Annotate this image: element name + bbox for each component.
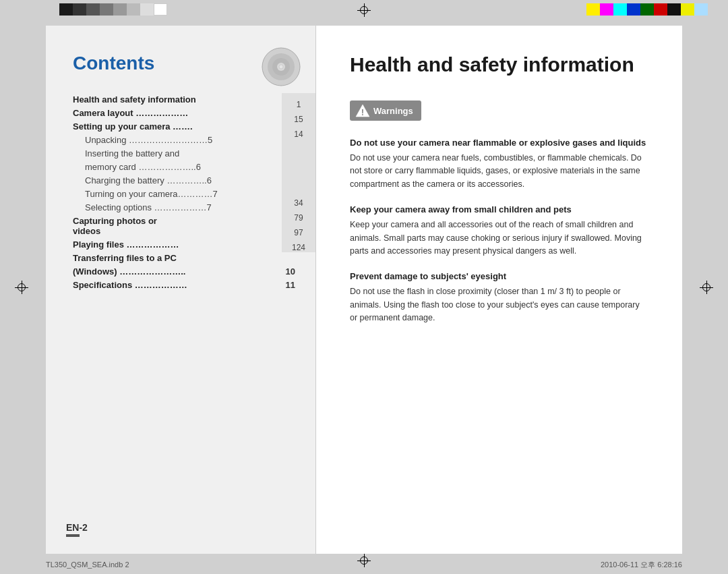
toc-label: Selecting options ………………7 [73, 202, 295, 212]
toc-label: Setting up your camera ……. [73, 121, 283, 132]
toc-label: Camera layout ……………… [73, 108, 283, 118]
toc-label: Health and safety information [73, 94, 283, 105]
registration-mark-top [357, 3, 371, 17]
registration-mark-right [700, 281, 713, 294]
toc-row-10: Playing files ……………… 9 [73, 239, 295, 250]
toc-row-2: Camera layout ……………… 4 [73, 108, 295, 118]
hs-title: Health and safety information [350, 53, 648, 77]
page-number-left: EN-2 [66, 522, 88, 537]
hs-section-text-children: Keep your camera and all accessories out… [350, 219, 648, 258]
toc-row-5: Inserting the battery and [73, 148, 295, 159]
right-col-num: 34 [294, 198, 303, 208]
right-page: Health and safety information ! Warnings… [316, 26, 682, 554]
right-col-num: 97 [294, 228, 303, 237]
toc-row-6: Charging the battery …………..6 [73, 175, 295, 185]
toc-row-4: Unpacking ………………………5 [73, 135, 295, 145]
toc-table: Health and safety information 2 Camera l… [73, 94, 295, 290]
footer-right: 2010-06-11 오후 6:28:16 [601, 560, 682, 570]
toc-label: Turning on your camera…………7 [73, 189, 295, 199]
disc-icon [262, 47, 302, 88]
toc-row-8: Selecting options ………………7 [73, 202, 295, 212]
toc-row-3: Setting up your camera ……. 5 [73, 121, 295, 132]
toc-label: Transferring files to a PC [73, 253, 295, 263]
toc-row-7: Turning on your camera…………7 [73, 189, 295, 199]
svg-text:!: ! [361, 107, 364, 117]
warning-text: Warnings [373, 106, 413, 116]
toc-label: Capturing photos or videos [73, 216, 178, 236]
pages-container: Contents Health and safety information 2… [46, 26, 682, 554]
toc-row-5b: memory card ………………..6 [73, 162, 295, 172]
warning-icon: ! [355, 103, 370, 118]
left-page: Contents Health and safety information 2… [46, 26, 315, 554]
svg-point-4 [279, 65, 283, 69]
hs-section-title-eyesight: Prevent damage to subjects' eyesight [350, 271, 648, 281]
toc-label: memory card ………………..6 [73, 162, 295, 172]
toc-row-9: Capturing photos or videos 8 [73, 216, 295, 236]
toc-row-11b: (Windows) ………………….. 10 [73, 266, 295, 277]
page-number-bar [66, 534, 80, 537]
hs-section-text-flammable: Do not use your camera near fuels, combu… [350, 152, 648, 191]
toc-label: (Windows) ………………….. [73, 266, 283, 277]
color-swatches-right [586, 3, 708, 16]
toc-label: Inserting the battery and [73, 148, 295, 159]
toc-label: Charging the battery …………..6 [73, 175, 295, 185]
color-swatches-left [59, 3, 167, 16]
toc-row-12: Specifications ……………… 11 [73, 280, 295, 290]
right-col-num: 14 [294, 130, 303, 139]
hs-section-title-flammable: Do not use your camera near flammable or… [350, 138, 648, 148]
hs-section-eyesight: Prevent damage to subjects' eyesight Do … [350, 271, 648, 324]
footer: TL350_QSM_SEA.indb 2 2010-06-11 오후 6:28:… [46, 555, 682, 574]
warning-badge: ! Warnings [350, 101, 421, 121]
hs-section-flammable: Do not use your camera near flammable or… [350, 138, 648, 191]
right-col-num: 79 [294, 213, 303, 223]
toc-page: 10 [283, 266, 295, 277]
right-col-num: 1 [297, 100, 301, 109]
toc-row-11a: Transferring files to a PC [73, 253, 295, 263]
toc-label: Specifications ……………… [73, 280, 283, 290]
toc-page: 11 [283, 280, 295, 290]
hs-section-text-eyesight: Do not use the flash in close proximity … [350, 285, 648, 324]
toc-row-1: Health and safety information 2 [73, 94, 295, 105]
toc-right-column: 1 15 14 34 79 97 124 [282, 93, 315, 252]
right-col-num: 15 [294, 115, 303, 124]
hs-section-title-children: Keep your camera away from small childre… [350, 204, 648, 214]
footer-left: TL350_QSM_SEA.indb 2 [46, 561, 129, 569]
toc-label: Unpacking ………………………5 [73, 135, 295, 145]
right-col-num: 124 [292, 243, 305, 252]
hs-section-children: Keep your camera away from small childre… [350, 204, 648, 258]
registration-mark-left [15, 281, 28, 294]
toc-label: Playing files ……………… [73, 239, 283, 250]
